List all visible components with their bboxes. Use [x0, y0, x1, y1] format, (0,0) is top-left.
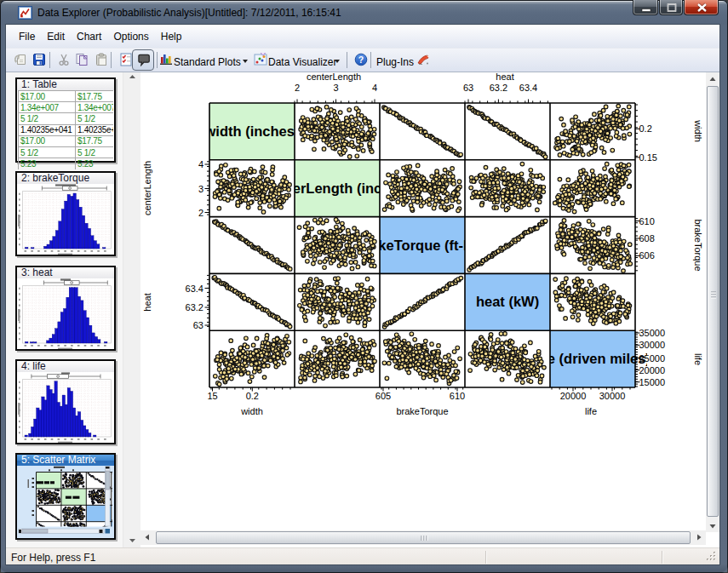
- svg-text:life: life: [693, 353, 703, 365]
- svg-text:610: 610: [450, 391, 465, 401]
- svg-text:15000: 15000: [639, 377, 666, 387]
- svg-text:30000: 30000: [599, 391, 626, 401]
- svg-text:brakeTorque (ft-lbs): brakeTorque (ft-lbs): [357, 238, 489, 253]
- svg-text:heat: heat: [142, 293, 152, 311]
- svg-text:heat: heat: [496, 72, 513, 82]
- svg-text:606: 606: [639, 250, 655, 261]
- svg-text:4: 4: [372, 83, 377, 93]
- svg-text:20000: 20000: [560, 391, 587, 401]
- svg-text:heat (kW): heat (kW): [476, 294, 539, 309]
- svg-text:63.4: 63.4: [519, 83, 537, 93]
- svg-text:20000: 20000: [639, 365, 666, 375]
- svg-text:3: 3: [198, 184, 203, 194]
- svg-text:63.4: 63.4: [186, 284, 203, 294]
- svg-text:608: 608: [639, 233, 655, 244]
- svg-text:63: 63: [463, 83, 473, 93]
- svg-text:centerLength: centerLength: [307, 72, 361, 82]
- svg-text:?: ?: [358, 54, 364, 65]
- svg-text:63.2: 63.2: [186, 302, 203, 312]
- svg-text:35000: 35000: [639, 328, 666, 338]
- svg-text:0.2: 0.2: [246, 391, 259, 401]
- svg-text:2: 2: [295, 83, 300, 93]
- svg-text:3: 3: [333, 83, 338, 93]
- svg-text:610: 610: [639, 216, 655, 226]
- svg-text:width: width: [693, 119, 703, 142]
- svg-text:0.2: 0.2: [639, 123, 652, 134]
- svg-text:63.2: 63.2: [490, 83, 507, 93]
- svg-text:life (driven miles): life (driven miles): [535, 351, 651, 366]
- svg-text:brakeTorque: brakeTorque: [396, 406, 448, 416]
- svg-text:4: 4: [198, 159, 203, 169]
- svg-text:width (inches): width (inches): [204, 123, 300, 139]
- svg-text:centerLength: centerLength: [142, 161, 152, 215]
- svg-text:brakeTorque: brakeTorque: [693, 219, 703, 271]
- svg-text:life: life: [585, 406, 597, 416]
- svg-text:30000: 30000: [639, 340, 666, 350]
- svg-text:605: 605: [375, 391, 391, 401]
- svg-text:0.15: 0.15: [639, 152, 657, 163]
- svg-text:2: 2: [198, 208, 203, 218]
- svg-text:width: width: [240, 406, 263, 416]
- svg-text:63: 63: [193, 320, 203, 330]
- svg-text:15: 15: [207, 391, 217, 401]
